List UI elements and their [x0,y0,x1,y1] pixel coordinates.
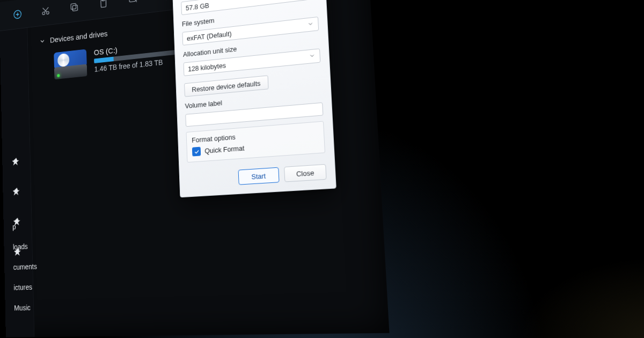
restore-defaults-button[interactable]: Restore device defaults [184,75,268,97]
new-item-button[interactable] [8,2,27,26]
svg-rect-7 [102,0,105,1]
nav-item[interactable]: cuments [13,262,37,271]
capacity-value: 57.8 GB [186,1,209,12]
svg-rect-8 [129,0,135,2]
chevron-down-icon [307,20,314,28]
nav-item[interactable]: p [12,223,16,231]
copy-button[interactable] [64,0,84,19]
close-button[interactable]: Close [284,164,327,182]
allocation-value: 128 kilobytes [188,61,226,73]
drive-icon [54,49,87,79]
share-button[interactable] [153,0,175,8]
svg-rect-6 [101,0,106,7]
chevron-down-icon [39,37,46,45]
filesystem-value: exFAT (Default) [187,30,232,42]
section-title: Devices and drives [50,29,108,44]
rename-button[interactable] [122,0,144,12]
nav-item[interactable]: Music [14,304,31,312]
svg-point-3 [47,11,49,14]
svg-point-2 [42,12,45,15]
svg-rect-5 [71,3,76,9]
cut-button[interactable] [35,0,55,23]
start-button[interactable]: Start [238,167,280,185]
quick-format-checkbox[interactable] [192,147,201,157]
chevron-down-icon [309,52,316,61]
quick-format-label: Quick Format [204,144,244,155]
paste-button[interactable] [93,0,114,16]
nav-item[interactable]: ictures [13,283,32,291]
svg-rect-4 [72,5,78,11]
nav-item[interactable]: loads [13,243,28,251]
format-dialog: Format USB Drive (D:) Capacity: 57.8 GB … [171,0,336,197]
pin-icon [12,157,20,168]
pin-icon [13,187,21,198]
format-options-group: Format options Quick Format [186,121,326,163]
